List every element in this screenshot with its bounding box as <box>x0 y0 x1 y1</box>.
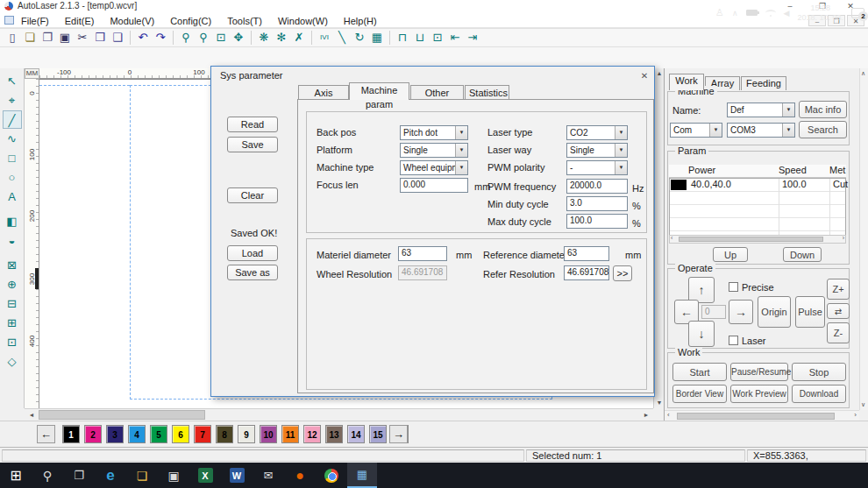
scroll-right-icon[interactable]: › <box>854 411 857 419</box>
align-center-icon[interactable]: ⊡ <box>429 30 446 46</box>
palette-color-12[interactable]: 12 <box>303 425 321 443</box>
tab-other-param[interactable]: Other param <box>410 85 464 100</box>
bezier-tool[interactable]: ∿ <box>3 130 22 148</box>
pwm-polarity-select[interactable]: -▼ <box>566 160 628 175</box>
people-icon[interactable]: ♙ <box>715 7 724 18</box>
work-preview-button[interactable]: Work Preview <box>730 385 788 403</box>
jog-down-button[interactable]: ↓ <box>688 321 715 347</box>
machine-type-select[interactable]: Wheel equipm▼ <box>400 160 468 175</box>
mirror-h-tool[interactable]: ◧ <box>3 212 22 230</box>
palette-prev-button[interactable]: ← <box>37 425 55 443</box>
palette-color-4[interactable]: 4 <box>128 425 146 443</box>
reference-diameter-input[interactable]: 63 <box>564 246 609 261</box>
stop-button[interactable]: Stop <box>792 363 846 381</box>
panel-horizontal-scrollbar[interactable]: ‹ › <box>665 410 859 421</box>
tab-axis-param[interactable]: Axis param <box>298 85 349 100</box>
back-pos-select[interactable]: Pitch dot▼ <box>400 125 468 140</box>
origin-button[interactable]: Origin <box>758 296 791 328</box>
menu-help[interactable]: Help(H) <box>342 16 379 26</box>
platform-select[interactable]: Single▼ <box>400 143 468 158</box>
scroll-left-icon[interactable]: ‹ <box>671 235 672 241</box>
node-delete-icon[interactable]: ✗ <box>290 30 308 46</box>
z-swap-button[interactable]: ⇄ <box>827 303 850 319</box>
mail-icon[interactable]: ✉ <box>253 463 284 488</box>
clock[interactable]: 15:28 2018. 10. 03. <box>797 4 843 23</box>
step-input[interactable]: 0 <box>701 305 726 319</box>
param-table-hscroll[interactable]: ‹ › <box>669 235 846 244</box>
machine-name-select[interactable]: Def▼ <box>727 103 795 117</box>
save-as-button[interactable]: Save as <box>227 265 278 280</box>
menu-tools[interactable]: Tools(T) <box>225 16 264 26</box>
node-edit-icon[interactable]: ❋ <box>255 30 273 46</box>
shape-tool[interactable]: ◇ <box>3 352 22 371</box>
laser-way-select[interactable]: Single▼ <box>566 143 628 158</box>
load-button[interactable]: Load <box>227 245 278 261</box>
text-tool[interactable]: A <box>3 187 22 206</box>
action-center-icon[interactable]: 2 <box>851 8 864 18</box>
weld-tool[interactable]: ⊠ <box>3 256 22 274</box>
scroll-left-icon[interactable]: ‹ <box>667 411 670 419</box>
palette-color-13[interactable]: 13 <box>325 425 343 443</box>
panel-vertical-scrollbar[interactable]: ∧ ∨ <box>859 68 868 410</box>
wifi-icon[interactable] <box>765 10 776 16</box>
copy-icon[interactable]: ❒ <box>91 30 109 46</box>
center-align-tool[interactable]: ⊕ <box>3 275 22 294</box>
size-height-icon[interactable]: ⇥ <box>464 30 481 46</box>
palette-color-7[interactable]: 7 <box>194 425 211 443</box>
node-add-icon[interactable]: ✻ <box>273 30 290 46</box>
menu-edit[interactable]: Edit(E) <box>63 16 96 26</box>
palette-color-9[interactable]: 9 <box>238 425 255 443</box>
battery-icon[interactable] <box>746 10 758 16</box>
laser-checkbox[interactable] <box>729 336 738 345</box>
paste-icon[interactable]: ❑ <box>109 30 126 46</box>
align-bottom-icon[interactable]: ⊔ <box>411 30 429 46</box>
pen-tool[interactable]: ╱ <box>3 110 22 129</box>
fit-view-icon[interactable]: ⊡ <box>212 30 230 46</box>
palette-color-3[interactable]: 3 <box>106 425 124 443</box>
jog-right-button[interactable]: → <box>729 300 753 324</box>
com-port-select[interactable]: COM3▼ <box>727 123 795 138</box>
border-view-button[interactable]: Border View <box>672 385 727 403</box>
scroll-thumb[interactable] <box>39 410 205 420</box>
up-button[interactable]: Up <box>713 247 748 262</box>
pause-resume-button[interactable]: Pause/Resume <box>730 363 788 381</box>
ellipse-tool[interactable]: ○ <box>3 168 22 187</box>
palette-color-11[interactable]: 11 <box>281 425 299 443</box>
store-icon[interactable]: ▣ <box>158 463 189 488</box>
tab-machine-param[interactable]: Machine param <box>349 82 409 100</box>
menu-file[interactable]: File(F) <box>19 16 51 26</box>
palette-next-button[interactable]: → <box>389 425 408 443</box>
tab-statistics[interactable]: Statistics <box>465 85 509 100</box>
word-icon[interactable]: W <box>221 463 253 488</box>
import-icon[interactable]: ❐ <box>39 30 56 46</box>
tab-feeding[interactable]: Feeding <box>741 76 786 90</box>
mirror-v-tool[interactable]: ◒ <box>3 231 22 250</box>
param-table[interactable]: 40.0,40.0 100.0 Cut <box>669 178 846 244</box>
menu-module[interactable]: Module(V) <box>108 16 156 26</box>
laser-type-select[interactable]: CO2▼ <box>566 125 628 140</box>
search-icon[interactable]: ⚲ <box>32 463 63 488</box>
zoom-area-icon[interactable]: ⚲ <box>195 30 212 46</box>
undo-icon[interactable]: ↶ <box>134 30 152 46</box>
palette-color-10[interactable]: 10 <box>260 425 277 443</box>
task-view-icon[interactable]: ❐ <box>63 463 95 488</box>
palette-color-15[interactable]: 15 <box>369 425 387 443</box>
size-width-icon[interactable]: ⇤ <box>446 30 464 46</box>
mac-info-button[interactable]: Mac info <box>799 101 847 118</box>
com-select[interactable]: Com▼ <box>670 123 722 138</box>
align-top-icon[interactable]: ⊓ <box>394 30 411 46</box>
download-button[interactable]: Download <box>792 385 846 403</box>
trim-tool[interactable]: ⊟ <box>3 294 22 313</box>
chrome-icon[interactable] <box>316 463 347 488</box>
scroll-left-icon[interactable]: ◄ <box>26 410 37 421</box>
scroll-right-icon[interactable]: ► <box>641 410 651 421</box>
z-minus-button[interactable]: Z- <box>827 322 850 343</box>
cut-icon[interactable]: ✂ <box>74 30 91 46</box>
palette-color-6[interactable]: 6 <box>172 425 189 443</box>
select-tool[interactable]: ↖ <box>3 72 22 90</box>
materiel-diameter-input[interactable]: 63 <box>398 246 447 261</box>
line-tool-icon[interactable]: ╲ <box>333 30 351 46</box>
edge-icon[interactable]: e <box>95 463 126 488</box>
open-icon[interactable]: ❏ <box>21 30 39 46</box>
z-plus-button[interactable]: Z+ <box>827 279 850 300</box>
